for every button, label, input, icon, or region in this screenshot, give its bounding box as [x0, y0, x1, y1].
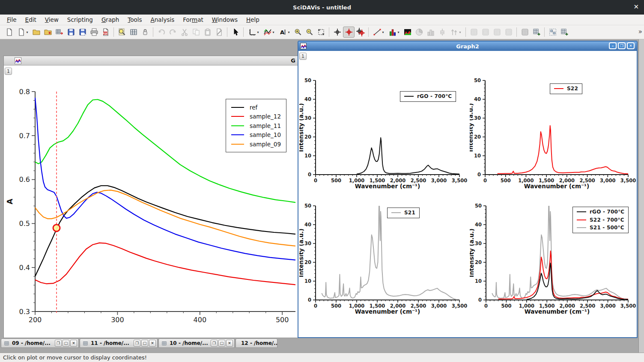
- graph-window-icon: [300, 43, 307, 49]
- automatic-layout-icon[interactable]: [558, 27, 570, 38]
- save-project-icon[interactable]: [65, 27, 77, 38]
- chart-raman_bl[interactable]: 05001,0001,5002,0002,5003,0003,500010203…: [299, 201, 469, 319]
- app-titlebar[interactable]: SciDAVis - untitled ✕: [0, 0, 644, 15]
- close-button[interactable]: ✕: [70, 340, 77, 347]
- results-log-icon[interactable]: [128, 27, 139, 38]
- svg-text:0: 0: [478, 297, 482, 303]
- graph-window-icon: [15, 57, 21, 64]
- svg-text:0: 0: [314, 178, 317, 184]
- legend-raman_tl[interactable]: rGO - 700°C: [400, 91, 456, 102]
- graph2-layer-button[interactable]: 1: [299, 53, 307, 60]
- close-button[interactable]: ✕: [226, 340, 233, 347]
- minimized-window-11[interactable]: 11 - /home/...❐□✕: [80, 338, 158, 348]
- screen-reader-icon[interactable]: [331, 27, 343, 38]
- legend-raman_br[interactable]: rGO - 700°CS22 - 700°CS21 - 500°C: [572, 207, 629, 233]
- data-reader-icon[interactable]: [343, 27, 355, 38]
- legend-line-sample: [231, 125, 244, 126]
- svg-text:3,000: 3,000: [431, 178, 447, 184]
- legend-uvvis[interactable]: refsample_12sample_11sample_10sample_09: [226, 99, 286, 152]
- data-reader-marker: [53, 225, 60, 231]
- legend-raman_bl[interactable]: S21: [387, 208, 420, 218]
- legend-label: rGO - 700°C: [417, 93, 452, 99]
- svg-text:A: A: [280, 29, 284, 36]
- menu-file[interactable]: File: [3, 15, 21, 24]
- plot-box-icon: [436, 27, 448, 38]
- graph1-titlebar[interactable]: G: [4, 56, 298, 65]
- menu-edit[interactable]: Edit: [21, 15, 41, 24]
- menu-view[interactable]: View: [41, 15, 63, 24]
- graph2-minimize-button[interactable]: –: [609, 42, 617, 49]
- series-s22: [498, 126, 628, 174]
- zoom-out-icon[interactable]: [304, 27, 315, 38]
- legend-label: ref: [250, 104, 257, 111]
- legend-entry: S22 - 700°C: [577, 216, 624, 224]
- svg-text:40: 40: [475, 222, 482, 228]
- add-layer-icon[interactable]: ▾: [246, 27, 261, 38]
- legend-label: S22 - 700°C: [590, 217, 624, 223]
- plot-area-icon[interactable]: [402, 27, 413, 38]
- graph2-maximize-button[interactable]: ❐: [618, 42, 626, 49]
- redo-icon: [167, 27, 179, 38]
- close-button[interactable]: ✕: [149, 340, 156, 347]
- export-pdf-icon[interactable]: PDF: [100, 27, 111, 38]
- menu-scripting[interactable]: Scripting: [63, 15, 97, 24]
- menu-analysis[interactable]: Analysis: [146, 15, 179, 24]
- add-layer-tool-icon[interactable]: [531, 27, 542, 38]
- open-project-icon[interactable]: [30, 27, 42, 38]
- restore-button[interactable]: ❐: [55, 340, 62, 347]
- svg-text:3,500: 3,500: [620, 178, 636, 184]
- copy-icon: [190, 27, 202, 38]
- rescale-to-show-all-icon[interactable]: [315, 27, 327, 38]
- project-explorer-icon[interactable]: [116, 27, 128, 38]
- add-text-icon[interactable]: A▾: [277, 27, 292, 38]
- maximize-button[interactable]: □: [218, 340, 225, 347]
- table-icon: [4, 341, 9, 346]
- zoom-in-icon[interactable]: [292, 27, 304, 38]
- graph2-titlebar[interactable]: Graph2 – ❐ ✕: [298, 42, 637, 51]
- menu-windows[interactable]: Windows: [208, 15, 242, 24]
- series-ref: [35, 186, 295, 276]
- minimized-window-12[interactable]: 12 - /home/...❐□✕: [236, 338, 277, 348]
- menu-graph[interactable]: Graph: [97, 15, 123, 24]
- graph2-close-button[interactable]: ✕: [627, 42, 635, 49]
- legend-raman_tr[interactable]: S22: [550, 83, 582, 94]
- maximize-button[interactable]: □: [63, 340, 69, 347]
- legend-line-sample: [231, 116, 244, 117]
- svg-text:30: 30: [304, 240, 311, 246]
- app-close-icon[interactable]: ✕: [633, 3, 639, 11]
- toolbar-overflow-icon[interactable]: »: [638, 28, 642, 36]
- open-template-icon[interactable]: [42, 27, 54, 38]
- menu-tools[interactable]: Tools: [123, 15, 146, 24]
- lock-toolbars-icon[interactable]: [139, 27, 151, 38]
- toolbar-separator: [463, 27, 468, 37]
- draw-line-icon[interactable]: ▾: [371, 27, 386, 38]
- svg-text:10: 10: [304, 278, 311, 284]
- add-fit-function-icon[interactable]: [519, 27, 531, 38]
- legend-label: sample_12: [250, 113, 281, 120]
- toolbar-separator: [225, 27, 230, 37]
- svg-text:50: 50: [474, 77, 481, 83]
- plot-bars-icon[interactable]: ▾: [386, 27, 402, 38]
- series-rgo-700-c: [357, 138, 459, 174]
- select-data-range-icon[interactable]: [355, 27, 366, 38]
- pointer-icon[interactable]: [230, 27, 241, 38]
- restore-button[interactable]: ❐: [211, 340, 218, 347]
- legend-label: S21: [404, 210, 415, 216]
- save-template-icon[interactable]: [77, 27, 88, 38]
- minimized-window-10[interactable]: 10 - /home/...❐□✕: [158, 338, 235, 348]
- legend-line-sample: [554, 88, 564, 89]
- new-project-icon[interactable]: [3, 27, 15, 38]
- new-aspect-icon[interactable]: ▾: [15, 27, 30, 38]
- add-curve-icon[interactable]: ▾: [261, 27, 277, 38]
- maximize-button[interactable]: □: [141, 340, 148, 347]
- print-icon[interactable]: [88, 27, 100, 38]
- arrange-layers-icon[interactable]: [547, 27, 558, 38]
- restore-button[interactable]: ❐: [134, 340, 140, 347]
- minimized-window-09[interactable]: 09 - /home/...❐□✕: [1, 338, 79, 348]
- menu-help[interactable]: Help: [242, 15, 264, 24]
- new-note-icon: [503, 27, 514, 38]
- legend-line-sample: [577, 211, 586, 212]
- import-ascii-icon[interactable]: [54, 27, 65, 38]
- toolbar-separator: [514, 27, 519, 37]
- menu-format[interactable]: Format: [179, 15, 208, 24]
